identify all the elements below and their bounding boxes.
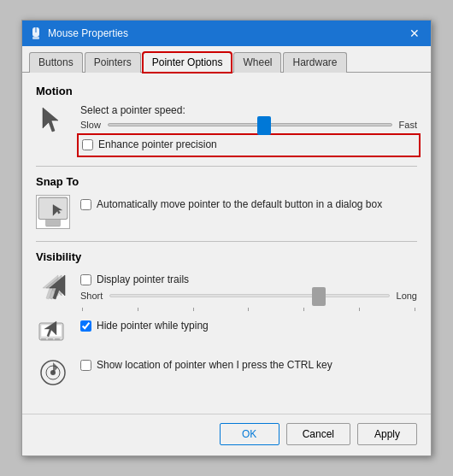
- snap-to-body: Automatically move pointer to the defaul…: [36, 195, 417, 229]
- trails-checkbox[interactable]: [80, 274, 91, 285]
- hide-typing-label[interactable]: Hide pointer while typing: [97, 320, 209, 333]
- slow-label: Slow: [80, 120, 101, 130]
- hide-icon: [36, 316, 70, 350]
- hide-typing-checkbox[interactable]: [80, 320, 91, 332]
- hide-body: Hide pointer while typing: [36, 316, 417, 350]
- tick-3: [193, 308, 194, 311]
- auto-move-row: Automatically move pointer to the defaul…: [80, 198, 417, 212]
- hide-controls: Hide pointer while typing: [80, 316, 417, 333]
- speed-slider-track[interactable]: [108, 123, 392, 126]
- trails-svg: [38, 272, 68, 303]
- tick-4: [248, 308, 249, 311]
- motion-controls: Select a pointer speed: Slow Fast Enhanc…: [80, 104, 417, 154]
- tab-pointer-options[interactable]: Pointer Options: [143, 52, 232, 73]
- hide-svg: [38, 318, 68, 349]
- trails-slider-row: Short Long: [80, 291, 417, 301]
- svg-rect-5: [46, 219, 61, 226]
- tab-content: Motion Select a pointer speed: Slow: [22, 73, 431, 413]
- snap-svg: [37, 196, 69, 228]
- show-ctrl-label[interactable]: Show location of pointer when I press th…: [97, 359, 332, 373]
- visibility-title: Visibility: [36, 250, 417, 263]
- trails-controls: Display pointer trails Short Long: [80, 270, 417, 311]
- hide-row: Hide pointer while typing: [80, 320, 417, 333]
- tick-marks: [80, 308, 417, 311]
- divider-2: [36, 241, 417, 242]
- mouse-properties-dialog: Mouse Properties ✕ Buttons Pointers Poin…: [21, 20, 432, 455]
- auto-move-label[interactable]: Automatically move pointer to the defaul…: [97, 198, 382, 212]
- svg-marker-19: [53, 362, 58, 373]
- speed-label: Select a pointer speed:: [80, 104, 417, 116]
- tab-buttons[interactable]: Buttons: [29, 52, 83, 73]
- snap-to-section: Snap To Automatically move pointer to th…: [36, 175, 417, 229]
- snap-to-title: Snap To: [36, 175, 417, 188]
- trails-label[interactable]: Display pointer trails: [97, 273, 189, 287]
- title-bar: Mouse Properties ✕: [22, 21, 431, 46]
- divider-1: [36, 166, 417, 167]
- snap-to-controls: Automatically move pointer to the defaul…: [80, 195, 417, 212]
- fast-label: Fast: [399, 120, 417, 130]
- ctrl-svg: [38, 357, 68, 388]
- auto-move-checkbox[interactable]: [80, 199, 91, 210]
- tick-5: [303, 308, 304, 311]
- ctrl-row: Show location of pointer when I press th…: [80, 359, 417, 373]
- trails-slider-thumb[interactable]: [312, 287, 326, 306]
- motion-title: Motion: [36, 85, 417, 97]
- enhance-precision-label[interactable]: Enhance pointer precision: [98, 138, 217, 152]
- tab-pointers[interactable]: Pointers: [85, 52, 141, 73]
- tick-6: [359, 308, 360, 311]
- svg-rect-15: [55, 338, 60, 340]
- title-text: Mouse Properties: [48, 27, 128, 39]
- motion-section: Motion Select a pointer speed: Slow: [36, 85, 417, 154]
- short-label: Short: [80, 291, 103, 301]
- tick-1: [82, 308, 83, 311]
- trails-slider-track[interactable]: [109, 294, 389, 297]
- motion-body: Select a pointer speed: Slow Fast Enhanc…: [36, 104, 417, 154]
- svg-rect-13: [41, 338, 46, 340]
- enhance-precision-checkbox[interactable]: [82, 139, 93, 150]
- trails-body: Display pointer trails Short Long: [36, 270, 417, 311]
- tab-bar: Buttons Pointers Pointer Options Wheel H…: [22, 46, 431, 73]
- tab-hardware[interactable]: Hardware: [283, 52, 346, 73]
- title-bar-left: Mouse Properties: [29, 26, 128, 40]
- ctrl-icon: [36, 356, 70, 390]
- trails-icon: [36, 270, 70, 304]
- svg-marker-3: [43, 108, 58, 132]
- motion-icon: [36, 104, 70, 138]
- ok-button[interactable]: OK: [220, 423, 279, 445]
- enhance-precision-row: Enhance pointer precision: [80, 137, 417, 154]
- snap-to-icon: [36, 195, 70, 229]
- button-row: OK Cancel Apply: [22, 414, 431, 455]
- speed-slider-row: Slow Fast: [80, 120, 417, 130]
- speed-slider-thumb[interactable]: [257, 116, 271, 135]
- close-button[interactable]: ✕: [405, 24, 424, 43]
- svg-rect-2: [32, 37, 39, 39]
- show-ctrl-checkbox[interactable]: [80, 360, 91, 371]
- mouse-title-icon: [29, 26, 43, 40]
- ctrl-controls: Show location of pointer when I press th…: [80, 356, 417, 373]
- trails-row: Display pointer trails: [80, 273, 417, 287]
- apply-button[interactable]: Apply: [357, 423, 417, 445]
- tab-wheel[interactable]: Wheel: [233, 52, 281, 73]
- visibility-section: Visibility Display pointer trails: [36, 250, 417, 390]
- ctrl-body: Show location of pointer when I press th…: [36, 356, 417, 390]
- cancel-button[interactable]: Cancel: [286, 423, 350, 445]
- tick-7: [415, 308, 415, 311]
- long-label: Long: [397, 291, 417, 301]
- svg-rect-14: [48, 338, 53, 340]
- tick-2: [138, 308, 138, 311]
- motion-svg: [38, 106, 68, 137]
